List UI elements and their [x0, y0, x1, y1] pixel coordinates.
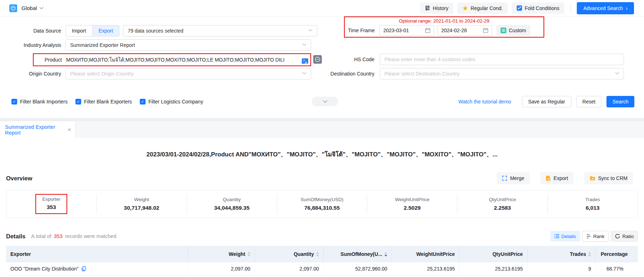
rank-icon	[586, 234, 591, 239]
merge-button[interactable]: Merge	[497, 172, 530, 184]
column-label: Weight	[229, 251, 245, 257]
table-header-row: Exporter Weight Quantity SumOfMoney(U...…	[6, 246, 638, 262]
ratio-refresh-icon	[615, 234, 620, 239]
view-ratio-button[interactable]: Ratio	[611, 231, 638, 242]
chevron-down-icon	[39, 7, 44, 10]
tab-summarized-exporter-report[interactable]: Summarized Exporter Report ×	[0, 121, 76, 138]
view-switcher: Details Rank Ratio	[550, 231, 638, 242]
custom-range-button[interactable]: ⌘ Custom	[496, 25, 530, 36]
history-button[interactable]: History	[420, 3, 453, 14]
command-icon: ⌘	[501, 28, 506, 33]
list-icon	[554, 234, 559, 238]
tutorial-demo-link[interactable]: Watch the tutorial demo	[458, 99, 516, 105]
column-header-weight-unit-price[interactable]: WeightUnitPrice	[392, 246, 459, 262]
industry-analysis-select[interactable]: Summarized Exporter Report	[65, 39, 311, 51]
destination-country-placeholder: Please select Destination Country	[384, 71, 459, 77]
data-source-row: Data Source Import Export 79 data source…	[0, 25, 317, 37]
export-button[interactable]: Export	[540, 172, 573, 184]
fold-icon	[517, 5, 522, 11]
chevron-down-icon	[323, 100, 328, 103]
product-input[interactable]: МОХИТО;MOJITO;โมจิโต้;MOJITO;MOJITO;MOXI…	[66, 56, 310, 64]
product-label: Product	[34, 57, 62, 63]
column-header-weight[interactable]: Weight	[188, 246, 255, 262]
history-label: History	[433, 5, 448, 11]
hs-code-input[interactable]	[380, 54, 624, 65]
destination-country-select[interactable]: Please select Destination Country	[380, 68, 624, 79]
collapse-form-button[interactable]	[312, 97, 338, 106]
table-row[interactable]: OOO "Dream City Distribution" 2,097.00 2…	[6, 262, 638, 276]
stat-value: 76,884,310.55	[304, 205, 340, 211]
filter-blank-exporters-label: Filter Blank Exporters	[84, 99, 132, 105]
form-actions: Watch the tutorial demo Save as Regular …	[458, 96, 634, 107]
stat-quantity: Quantity 34,044,859.35	[187, 194, 277, 214]
start-date-input[interactable]: 2023-03-01	[379, 25, 434, 36]
custom-label: Custom	[509, 28, 526, 33]
sort-icons[interactable]	[588, 252, 591, 257]
advanced-search-label: Advanced Search	[583, 5, 623, 11]
data-source-select[interactable]: 79 data sources selected	[123, 25, 317, 37]
hs-code-row: HS Code	[275, 54, 624, 65]
filter-blank-importers-checkbox[interactable]: ✓ Filter Blank Importers	[11, 99, 68, 105]
exporter-name-text[interactable]: OOO "Dream City Distribution"	[10, 266, 78, 272]
sync-to-crm-label: Sync to CRM	[598, 175, 628, 181]
import-toggle[interactable]: Import	[66, 25, 92, 36]
view-details-button[interactable]: Details	[550, 231, 580, 242]
total-prefix: A total of	[31, 233, 51, 239]
time-frame-row: Time Frame 2023-03-01 2024-02-28 ⌘ Custo…	[345, 25, 544, 36]
end-date-input[interactable]: 2024-02-28	[437, 25, 492, 36]
tab-row: Summarized Exporter Report ×	[0, 121, 644, 138]
sort-icons-active-desc[interactable]	[384, 252, 387, 257]
filter-checkbox-row: ✓ Filter Blank Importers ✓ Filter Blank …	[11, 96, 203, 107]
history-icon	[425, 5, 430, 11]
hs-code-label: HS Code	[275, 57, 374, 62]
trade-search-app: Global History Regular Cond. Fold Condit…	[0, 0, 644, 277]
end-date-value: 2024-02-28	[441, 28, 483, 33]
advanced-search-button[interactable]: Advanced Search ›	[577, 2, 634, 14]
column-label: WeightUnitPrice	[416, 251, 455, 257]
merge-icon	[502, 176, 507, 181]
view-rank-button[interactable]: Rank	[582, 231, 609, 242]
sort-icons[interactable]	[247, 252, 250, 257]
column-header-sum-of-money[interactable]: SumOfMoney(U...	[324, 246, 392, 262]
origin-country-label: Origin Country	[0, 71, 61, 77]
destination-country-row: Destination Country Please select Destin…	[275, 68, 624, 79]
save-as-regular-button[interactable]: Save as Regular	[522, 96, 571, 107]
region-selector[interactable]: Global	[21, 5, 44, 11]
column-header-quantity[interactable]: Quantity	[255, 246, 324, 262]
export-label: Export	[554, 175, 568, 181]
sort-icons[interactable]	[316, 252, 319, 257]
column-header-percentage[interactable]: Percentage	[596, 246, 638, 262]
regular-cond-label: Regular Cond.	[471, 5, 503, 11]
exporter-cell: OOO "Dream City Distribution"	[6, 262, 188, 275]
column-header-qty-unit-price[interactable]: QtyUnitPrice	[459, 246, 527, 262]
regular-cond-button[interactable]: Regular Cond.	[457, 3, 508, 14]
sync-to-crm-button[interactable]: Sync to CRM	[584, 172, 633, 184]
reset-button[interactable]: Reset	[576, 96, 602, 107]
column-label: Exporter	[10, 251, 31, 257]
chevron-down-icon	[302, 43, 306, 46]
stat-exporter: Exporter 353	[6, 194, 97, 214]
view-rank-label: Rank	[593, 234, 605, 239]
column-header-exporter[interactable]: Exporter	[6, 246, 188, 262]
filter-logistics-company-checkbox[interactable]: ✓ Filter Logistics Company	[140, 99, 203, 105]
fold-conditions-button[interactable]: Fold Conditions	[512, 3, 564, 14]
topbar: Global History Regular Cond. Fold Condit…	[0, 0, 644, 16]
qty-unit-price-cell: 25,213.6195	[459, 262, 527, 275]
close-icon[interactable]: ×	[68, 127, 71, 133]
star-icon	[462, 5, 468, 11]
app-logo-icon	[9, 4, 17, 12]
export-toggle[interactable]: Export	[92, 25, 119, 36]
copy-icon[interactable]	[82, 266, 86, 271]
column-header-trades[interactable]: Trades	[527, 246, 596, 262]
search-button[interactable]: Search	[606, 96, 634, 107]
query-summary-title: 2023/03/01-2024/02/28,Product AND"МОХИТО…	[0, 149, 644, 159]
stat-weight-unit-price: WeightUnitPrice 2.5029	[367, 194, 457, 214]
overview-heading: Overview	[6, 175, 32, 182]
filter-blank-exporters-checkbox[interactable]: ✓ Filter Blank Exporters	[75, 99, 132, 105]
industry-analysis-label: Industry Analysis	[0, 42, 61, 48]
origin-country-select[interactable]: Please select Origin Country	[65, 68, 311, 79]
column-label: QtyUnitPrice	[492, 251, 523, 257]
time-frame-highlight-box: Optional range: 2021-01-01 to 2024-02-29…	[344, 16, 544, 38]
origin-country-placeholder: Please select Origin Country	[70, 71, 133, 77]
product-highlight-box: Product МОХИТО;MOJITO;โมจิโต้;MOJITO;MOJ…	[33, 53, 311, 66]
